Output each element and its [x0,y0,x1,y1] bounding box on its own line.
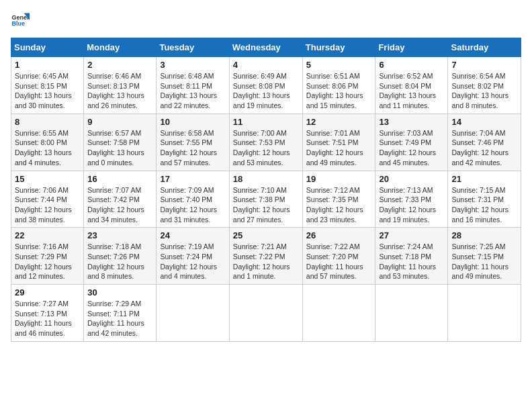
calendar-cell [375,285,448,342]
day-info: Sunrise: 7:21 AM Sunset: 7:22 PM Dayligh… [233,242,299,281]
day-number: 24 [160,230,225,240]
weekday-header-saturday: Saturday [448,38,521,57]
calendar-week-row-5: 29Sunrise: 7:27 AM Sunset: 7:13 PM Dayli… [11,285,521,342]
weekday-header-thursday: Thursday [302,38,375,57]
day-info: Sunrise: 6:57 AM Sunset: 7:58 PM Dayligh… [87,128,152,168]
day-number: 27 [379,230,444,240]
calendar-cell: 11Sunrise: 7:00 AM Sunset: 7:53 PM Dayli… [229,113,302,171]
day-info: Sunrise: 7:24 AM Sunset: 7:18 PM Dayligh… [379,242,444,281]
page-header: General Blue [11,11,521,30]
calendar-cell [448,285,521,342]
weekday-header-tuesday: Tuesday [157,38,229,57]
day-number: 5 [306,60,372,70]
day-number: 16 [87,174,152,184]
day-info: Sunrise: 7:06 AM Sunset: 7:44 PM Dayligh… [15,185,80,225]
day-number: 12 [306,117,372,127]
calendar-cell: 19Sunrise: 7:12 AM Sunset: 7:35 PM Dayli… [302,171,375,228]
calendar-cell [229,285,302,342]
day-number: 11 [233,117,299,127]
calendar-table: SundayMondayTuesdayWednesdayThursdayFrid… [11,38,521,342]
calendar-cell [157,285,229,342]
calendar-cell: 26Sunrise: 7:22 AM Sunset: 7:20 PM Dayli… [302,228,375,285]
day-info: Sunrise: 7:10 AM Sunset: 7:38 PM Dayligh… [233,185,299,225]
day-info: Sunrise: 6:49 AM Sunset: 8:08 PM Dayligh… [233,71,299,111]
day-info: Sunrise: 7:22 AM Sunset: 7:20 PM Dayligh… [306,242,372,281]
day-info: Sunrise: 6:46 AM Sunset: 8:13 PM Dayligh… [87,71,152,111]
day-info: Sunrise: 7:04 AM Sunset: 7:46 PM Dayligh… [451,128,517,168]
day-number: 15 [15,174,80,184]
calendar-cell: 22Sunrise: 7:16 AM Sunset: 7:29 PM Dayli… [11,228,84,285]
weekday-header-row: SundayMondayTuesdayWednesdayThursdayFrid… [11,38,521,57]
calendar-week-row-4: 22Sunrise: 7:16 AM Sunset: 7:29 PM Dayli… [11,228,521,285]
day-info: Sunrise: 7:00 AM Sunset: 7:53 PM Dayligh… [233,128,299,168]
calendar-cell: 24Sunrise: 7:19 AM Sunset: 7:24 PM Dayli… [157,228,229,285]
calendar-cell: 13Sunrise: 7:03 AM Sunset: 7:49 PM Dayli… [375,113,448,171]
calendar-cell: 23Sunrise: 7:18 AM Sunset: 7:26 PM Dayli… [84,228,157,285]
day-info: Sunrise: 7:15 AM Sunset: 7:31 PM Dayligh… [451,185,517,225]
day-number: 20 [379,174,444,184]
calendar-week-row-1: 1Sunrise: 6:45 AM Sunset: 8:15 PM Daylig… [11,57,521,114]
day-number: 17 [160,174,225,184]
calendar-cell: 1Sunrise: 6:45 AM Sunset: 8:15 PM Daylig… [11,57,84,114]
calendar-cell: 15Sunrise: 7:06 AM Sunset: 7:44 PM Dayli… [11,171,84,228]
calendar-cell: 5Sunrise: 6:51 AM Sunset: 8:06 PM Daylig… [302,57,375,114]
calendar-cell: 9Sunrise: 6:57 AM Sunset: 7:58 PM Daylig… [84,113,157,171]
day-info: Sunrise: 7:07 AM Sunset: 7:42 PM Dayligh… [87,185,152,225]
day-info: Sunrise: 6:55 AM Sunset: 8:00 PM Dayligh… [15,128,80,168]
calendar-cell: 2Sunrise: 6:46 AM Sunset: 8:13 PM Daylig… [84,57,157,114]
day-info: Sunrise: 6:51 AM Sunset: 8:06 PM Dayligh… [306,71,372,111]
day-info: Sunrise: 7:25 AM Sunset: 7:15 PM Dayligh… [451,242,517,281]
calendar-cell: 20Sunrise: 7:13 AM Sunset: 7:33 PM Dayli… [375,171,448,228]
day-number: 26 [306,230,372,240]
day-info: Sunrise: 7:09 AM Sunset: 7:40 PM Dayligh… [160,185,225,225]
calendar-cell: 18Sunrise: 7:10 AM Sunset: 7:38 PM Dayli… [229,171,302,228]
day-info: Sunrise: 7:27 AM Sunset: 7:13 PM Dayligh… [15,299,80,338]
day-number: 1 [15,60,80,70]
calendar-cell: 27Sunrise: 7:24 AM Sunset: 7:18 PM Dayli… [375,228,448,285]
calendar-cell: 25Sunrise: 7:21 AM Sunset: 7:22 PM Dayli… [229,228,302,285]
day-info: Sunrise: 7:29 AM Sunset: 7:11 PM Dayligh… [87,299,152,338]
calendar-week-row-2: 8Sunrise: 6:55 AM Sunset: 8:00 PM Daylig… [11,113,521,171]
day-number: 8 [15,117,80,127]
day-info: Sunrise: 7:18 AM Sunset: 7:26 PM Dayligh… [87,242,152,281]
day-info: Sunrise: 7:03 AM Sunset: 7:49 PM Dayligh… [379,128,444,168]
day-info: Sunrise: 7:19 AM Sunset: 7:24 PM Dayligh… [160,242,225,281]
calendar-cell: 4Sunrise: 6:49 AM Sunset: 8:08 PM Daylig… [229,57,302,114]
day-info: Sunrise: 6:58 AM Sunset: 7:55 PM Dayligh… [160,128,225,168]
weekday-header-monday: Monday [84,38,157,57]
day-number: 14 [451,117,517,127]
day-number: 7 [451,60,517,70]
calendar-cell: 29Sunrise: 7:27 AM Sunset: 7:13 PM Dayli… [11,285,84,342]
day-number: 29 [15,287,80,298]
calendar-cell: 12Sunrise: 7:01 AM Sunset: 7:51 PM Dayli… [302,113,375,171]
calendar-cell: 3Sunrise: 6:48 AM Sunset: 8:11 PM Daylig… [157,57,229,114]
day-number: 3 [160,60,225,70]
calendar-cell: 6Sunrise: 6:52 AM Sunset: 8:04 PM Daylig… [375,57,448,114]
calendar-cell: 8Sunrise: 6:55 AM Sunset: 8:00 PM Daylig… [11,113,84,171]
weekday-header-friday: Friday [375,38,448,57]
calendar-cell: 17Sunrise: 7:09 AM Sunset: 7:40 PM Dayli… [157,171,229,228]
calendar-cell: 10Sunrise: 6:58 AM Sunset: 7:55 PM Dayli… [157,113,229,171]
day-number: 10 [160,117,225,127]
day-number: 21 [451,174,517,184]
day-info: Sunrise: 7:13 AM Sunset: 7:33 PM Dayligh… [379,185,444,225]
calendar-cell: 21Sunrise: 7:15 AM Sunset: 7:31 PM Dayli… [448,171,521,228]
day-number: 28 [451,230,517,240]
day-info: Sunrise: 6:45 AM Sunset: 8:15 PM Dayligh… [15,71,80,111]
day-info: Sunrise: 6:52 AM Sunset: 8:04 PM Dayligh… [379,71,444,111]
calendar-cell: 30Sunrise: 7:29 AM Sunset: 7:11 PM Dayli… [84,285,157,342]
calendar-cell [302,285,375,342]
day-number: 19 [306,174,372,184]
day-number: 18 [233,174,299,184]
weekday-header-sunday: Sunday [11,38,84,57]
day-info: Sunrise: 6:54 AM Sunset: 8:02 PM Dayligh… [451,71,517,111]
day-number: 6 [379,60,444,70]
day-info: Sunrise: 6:48 AM Sunset: 8:11 PM Dayligh… [160,71,225,111]
day-info: Sunrise: 7:01 AM Sunset: 7:51 PM Dayligh… [306,128,372,168]
day-number: 13 [379,117,444,127]
day-number: 2 [87,60,152,70]
calendar-cell: 14Sunrise: 7:04 AM Sunset: 7:46 PM Dayli… [448,113,521,171]
day-number: 23 [87,230,152,240]
calendar-cell: 7Sunrise: 6:54 AM Sunset: 8:02 PM Daylig… [448,57,521,114]
day-number: 30 [87,287,152,298]
